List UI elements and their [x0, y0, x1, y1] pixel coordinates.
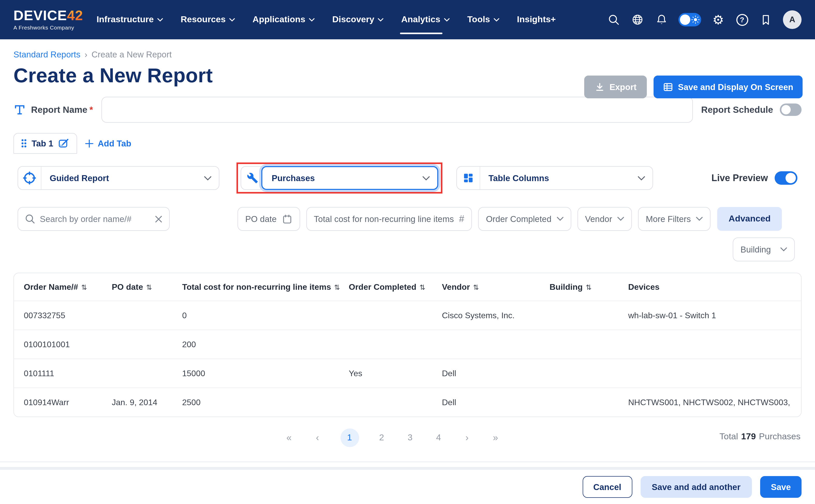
help-icon[interactable]: [735, 13, 749, 26]
sort-icon[interactable]: [78, 282, 87, 292]
report-schedule-toggle[interactable]: [780, 103, 802, 116]
page-1-button[interactable]: 1: [340, 428, 359, 447]
table-row[interactable]: 0101111 15000 Yes Dell: [14, 359, 801, 388]
brand-logo[interactable]: DEVICE42 A Freshworks Company: [13, 9, 83, 31]
table-row[interactable]: 0100101001 200: [14, 330, 801, 359]
live-preview-toggle[interactable]: [775, 171, 797, 185]
brand-name: DEVICE42: [13, 9, 83, 23]
col-po-date[interactable]: PO date: [112, 282, 182, 292]
next-page-button[interactable]: ›: [461, 432, 473, 443]
cancel-button[interactable]: Cancel: [582, 476, 632, 498]
search-icon[interactable]: [607, 13, 620, 26]
table-columns-value: Table Columns: [488, 173, 549, 183]
chevron-down-icon: [229, 18, 235, 21]
filter-total-cost[interactable]: Total cost for non-recurring line items …: [306, 207, 472, 231]
building-row: Building: [13, 238, 802, 261]
main-content: Standard Reports › Create a New Report C…: [0, 50, 815, 462]
breadcrumb-standard-reports[interactable]: Standard Reports: [13, 50, 80, 60]
globe-icon[interactable]: [631, 13, 644, 26]
download-icon: [595, 82, 605, 92]
last-page-button[interactable]: »: [490, 432, 501, 443]
chevron-down-icon: [494, 18, 499, 21]
menu-analytics[interactable]: Analytics: [401, 0, 450, 39]
top-navbar: DEVICE42 A Freshworks Company Infrastruc…: [0, 0, 815, 39]
menu-insights[interactable]: Insights+: [517, 0, 556, 39]
report-name-input[interactable]: [101, 97, 693, 123]
table-columns-select[interactable]: Table Columns: [456, 166, 653, 190]
total-count: Total179Purchases: [720, 432, 801, 442]
save-and-display-button[interactable]: Save and Display On Screen: [654, 76, 803, 98]
breadcrumb-current: Create a New Report: [92, 50, 172, 60]
filter-more[interactable]: More Filters: [638, 207, 710, 231]
breadcrumb: Standard Reports › Create a New Report: [13, 50, 802, 60]
filter-order-completed[interactable]: Order Completed: [478, 207, 571, 231]
required-asterisk: *: [90, 104, 93, 115]
bookmark-icon[interactable]: [759, 13, 773, 26]
first-page-button[interactable]: «: [283, 432, 295, 443]
chevron-down-icon: [157, 18, 163, 21]
total-count-value: 179: [741, 432, 756, 442]
table-row[interactable]: 010914Warr Jan. 9, 2014 2500 Dell NHCTWS…: [14, 388, 801, 417]
sort-icon[interactable]: [583, 282, 592, 292]
cell-total-cost: 2500: [182, 398, 349, 407]
chevron-down-icon: [638, 176, 645, 180]
filter-building[interactable]: Building: [733, 238, 795, 261]
report-name-label: Report Name: [31, 104, 87, 115]
save-and-add-another-button[interactable]: Save and add another: [640, 476, 752, 498]
sort-icon[interactable]: [331, 282, 340, 292]
report-type-select[interactable]: Guided Report: [18, 166, 219, 190]
drag-handle-icon[interactable]: [21, 139, 27, 148]
notifications-icon[interactable]: [655, 13, 668, 26]
edit-icon[interactable]: [58, 138, 70, 149]
page-4-button[interactable]: 4: [433, 433, 444, 443]
col-building[interactable]: Building: [550, 282, 628, 292]
col-order-name[interactable]: Order Name/#: [24, 282, 112, 292]
save-button[interactable]: Save: [760, 476, 802, 498]
table-row[interactable]: 007332755 0 Cisco Systems, Inc. wh-lab-s…: [14, 301, 801, 330]
brand-tagline: A Freshworks Company: [13, 24, 83, 31]
cell-po-date: Jan. 9, 2014: [112, 398, 182, 407]
filter-vendor[interactable]: Vendor: [577, 207, 632, 231]
col-devices: Devices: [628, 282, 791, 292]
col-total-cost[interactable]: Total cost for non-recurring line items: [182, 282, 349, 292]
menu-infrastructure[interactable]: Infrastructure: [97, 0, 163, 39]
sort-icon[interactable]: [143, 282, 152, 292]
main-menu: Infrastructure Resources Applications Di…: [97, 0, 556, 39]
data-source-value: Purchases: [272, 173, 315, 183]
tabs-row: Tab 1 Add Tab: [13, 133, 802, 154]
target-icon: [18, 167, 41, 189]
avatar[interactable]: A: [783, 10, 802, 29]
col-order-completed[interactable]: Order Completed: [349, 282, 442, 292]
col-vendor[interactable]: Vendor: [442, 282, 550, 292]
clear-icon[interactable]: [155, 215, 162, 223]
filter-po-date[interactable]: PO date: [238, 207, 300, 231]
sort-icon[interactable]: [470, 282, 479, 292]
menu-resources[interactable]: Resources: [181, 0, 235, 39]
data-source-select[interactable]: Purchases: [261, 166, 438, 190]
sort-icon[interactable]: [416, 282, 425, 292]
advanced-button[interactable]: Advanced: [717, 207, 782, 231]
export-button[interactable]: Export: [584, 76, 647, 98]
plus-icon: [85, 139, 94, 148]
cell-total-cost: 200: [182, 340, 349, 349]
page-3-button[interactable]: 3: [404, 433, 416, 443]
settings-icon[interactable]: ⚙: [712, 13, 725, 26]
menu-discovery[interactable]: Discovery: [332, 0, 384, 39]
chevron-down-icon: [378, 18, 384, 21]
prev-page-button[interactable]: ‹: [312, 432, 323, 443]
add-tab-button[interactable]: Add Tab: [85, 138, 131, 148]
sun-icon: [691, 16, 700, 24]
chevron-down-icon: [617, 217, 624, 221]
pager: « ‹ 1 2 3 4 › »: [283, 428, 501, 447]
results-table: Order Name/# PO date Total cost for non-…: [13, 273, 802, 417]
search-icon: [25, 214, 35, 224]
theme-toggle[interactable]: [678, 13, 701, 26]
order-search: [18, 207, 170, 231]
cell-devices: wh-lab-sw-01 - Switch 1: [628, 311, 791, 320]
page-2-button[interactable]: 2: [376, 433, 387, 443]
report-schedule: Report Schedule: [701, 103, 802, 116]
tab-1[interactable]: Tab 1: [13, 133, 77, 154]
menu-tools[interactable]: Tools: [467, 0, 499, 39]
menu-applications[interactable]: Applications: [253, 0, 315, 39]
search-input[interactable]: [40, 214, 150, 224]
